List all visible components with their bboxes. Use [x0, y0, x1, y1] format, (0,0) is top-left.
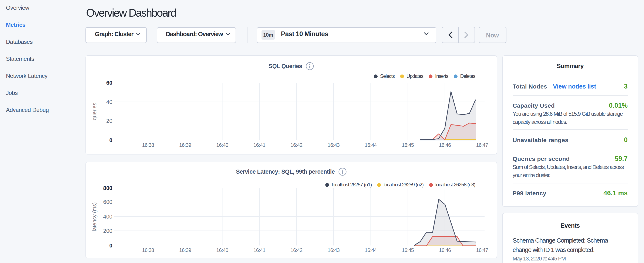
svg-text:16:47: 16:47	[476, 247, 488, 253]
svg-text:16:41: 16:41	[254, 247, 266, 253]
svg-text:400: 400	[103, 213, 112, 220]
svg-text:16:39: 16:39	[179, 247, 191, 253]
svg-text:0: 0	[109, 137, 112, 143]
svg-text:queries: queries	[92, 103, 98, 120]
svg-text:16:46: 16:46	[439, 142, 451, 148]
svg-text:800: 800	[103, 185, 112, 191]
svg-text:16:41: 16:41	[254, 142, 266, 148]
svg-text:200: 200	[103, 227, 112, 234]
svg-text:16:43: 16:43	[328, 247, 340, 253]
svg-text:60: 60	[106, 80, 112, 86]
svg-text:16:45: 16:45	[402, 142, 414, 148]
svg-text:16:44: 16:44	[365, 142, 377, 148]
svg-text:600: 600	[103, 198, 112, 205]
svg-text:40: 40	[106, 99, 112, 105]
svg-text:16:44: 16:44	[365, 247, 377, 253]
svg-text:0: 0	[109, 242, 112, 248]
svg-text:16:45: 16:45	[402, 247, 414, 253]
svg-text:16:42: 16:42	[290, 247, 302, 253]
svg-text:latency (ms): latency (ms)	[92, 202, 98, 231]
svg-text:16:47: 16:47	[476, 142, 488, 148]
svg-text:16:39: 16:39	[179, 142, 191, 148]
svg-text:16:40: 16:40	[216, 247, 228, 253]
svg-text:20: 20	[106, 118, 112, 124]
svg-text:16:46: 16:46	[439, 247, 451, 253]
svg-text:16:38: 16:38	[142, 142, 154, 148]
svg-text:16:38: 16:38	[142, 247, 154, 253]
svg-text:16:40: 16:40	[216, 142, 228, 148]
svg-text:16:42: 16:42	[290, 142, 302, 148]
svg-text:16:43: 16:43	[328, 142, 340, 148]
